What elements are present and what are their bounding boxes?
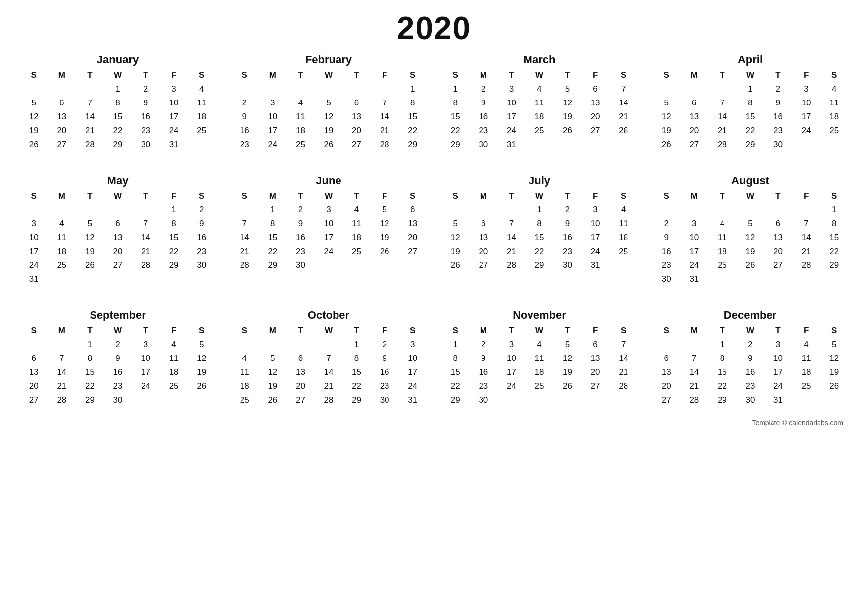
month-block-april: AprilSMTWTFS1234567891011121314151617181…: [652, 51, 848, 154]
calendar-day: 18: [342, 231, 371, 245]
calendar-day: 8: [526, 217, 554, 231]
calendar-week-row: 567891011: [20, 96, 216, 110]
day-header: S: [820, 68, 848, 82]
calendar-day: 25: [160, 379, 188, 393]
calendar-day: 3: [132, 338, 160, 352]
calendar-day: 19: [441, 245, 470, 258]
day-header: S: [609, 324, 637, 338]
calendar-day: 16: [371, 365, 399, 379]
calendar-day: 27: [581, 124, 610, 138]
calendar-day: 28: [315, 393, 343, 407]
day-header: F: [371, 324, 399, 338]
calendar-day: 5: [553, 338, 581, 352]
day-header: S: [609, 189, 637, 203]
calendar-day: 19: [315, 124, 343, 138]
calendar-day: [497, 393, 526, 407]
calendar-day: 1: [104, 82, 132, 96]
calendar-day: 23: [470, 379, 498, 393]
calendar-day: 17: [315, 231, 343, 245]
calendar-day: 9: [470, 96, 498, 110]
calendar-day: 10: [259, 110, 287, 124]
calendar-day: 21: [497, 245, 526, 258]
calendar-day: 9: [553, 217, 581, 231]
calendar-day: 29: [708, 393, 736, 407]
month-name-november: November: [441, 309, 637, 322]
calendar-day: 4: [231, 352, 259, 365]
calendar-week-row: 1234: [652, 82, 848, 96]
day-header: W: [526, 189, 554, 203]
calendar-day: 15: [259, 231, 287, 245]
calendar-day: 12: [820, 352, 848, 365]
calendar-day: 7: [497, 217, 526, 231]
calendar-day: 6: [652, 352, 680, 365]
calendar-week-row: 13141516171819: [652, 365, 848, 379]
calendar-day: 6: [48, 96, 76, 110]
calendar-day: [259, 338, 287, 352]
calendar-day: 30: [371, 393, 399, 407]
calendar-grid: JanuarySMTWTFS12345678910111213141516171…: [20, 51, 848, 409]
calendar-day: 26: [736, 258, 765, 272]
calendar-day: 23: [188, 245, 216, 258]
day-header: S: [820, 189, 848, 203]
day-header: T: [708, 324, 736, 338]
calendar-week-row: 24252627282930: [20, 258, 216, 272]
calendar-day: 8: [104, 96, 132, 110]
calendar-week-row: 891011121314: [441, 96, 637, 110]
day-header: M: [680, 68, 709, 82]
calendar-day: 20: [48, 124, 76, 138]
calendar-day: 27: [287, 393, 315, 407]
calendar-day: 15: [104, 110, 132, 124]
calendar-day: 7: [609, 82, 637, 96]
calendar-day: 30: [470, 393, 498, 407]
calendar-day: 31: [581, 258, 610, 272]
calendar-day: 28: [76, 138, 104, 152]
calendar-day: 27: [764, 258, 792, 272]
calendar-day: 17: [20, 245, 48, 258]
calendar-day: 4: [48, 217, 76, 231]
month-name-february: February: [231, 53, 427, 66]
day-header: S: [398, 324, 427, 338]
calendar-day: 24: [497, 124, 526, 138]
calendar-day: 7: [76, 96, 104, 110]
calendar-day: 18: [231, 379, 259, 393]
calendar-day: [820, 138, 848, 152]
calendar-day: 3: [497, 82, 526, 96]
calendar-day: [398, 258, 427, 272]
day-header: S: [652, 189, 680, 203]
day-header: W: [736, 189, 765, 203]
day-header: T: [132, 68, 160, 82]
day-header: W: [315, 68, 343, 82]
calendar-day: 17: [680, 245, 709, 258]
calendar-day: 1: [441, 338, 470, 352]
calendar-day: 19: [820, 365, 848, 379]
month-block-july: JulySMTWTFS12345678910111213141516171819…: [441, 172, 637, 288]
calendar-day: 11: [160, 352, 188, 365]
month-block-october: OctoberSMTWTFS12345678910111213141516171…: [231, 307, 427, 409]
calendar-day: 10: [764, 352, 792, 365]
calendar-day: [764, 203, 792, 217]
calendar-day: 24: [792, 124, 820, 138]
calendar-day: 14: [231, 231, 259, 245]
calendar-day: 20: [20, 379, 48, 393]
calendar-day: 24: [315, 245, 343, 258]
calendar-day: 8: [259, 217, 287, 231]
calendar-day: 6: [342, 96, 371, 110]
calendar-day: 27: [20, 393, 48, 407]
calendar-day: [371, 82, 399, 96]
calendar-day: 29: [441, 138, 470, 152]
calendar-day: 19: [20, 124, 48, 138]
calendar-day: 2: [553, 203, 581, 217]
calendar-day: 21: [76, 124, 104, 138]
calendar-day: 8: [820, 217, 848, 231]
calendar-week-row: 13141516171819: [20, 365, 216, 379]
month-name-december: December: [652, 309, 848, 322]
calendar-day: 7: [609, 338, 637, 352]
calendar-day: 27: [398, 245, 427, 258]
calendar-day: 2: [470, 338, 498, 352]
calendar-week-row: 9101112131415: [652, 231, 848, 245]
calendar-day: 23: [287, 245, 315, 258]
calendar-week-row: 22232425262728: [441, 124, 637, 138]
calendar-day: 1: [342, 338, 371, 352]
calendar-day: 7: [371, 96, 399, 110]
day-header: M: [48, 189, 76, 203]
